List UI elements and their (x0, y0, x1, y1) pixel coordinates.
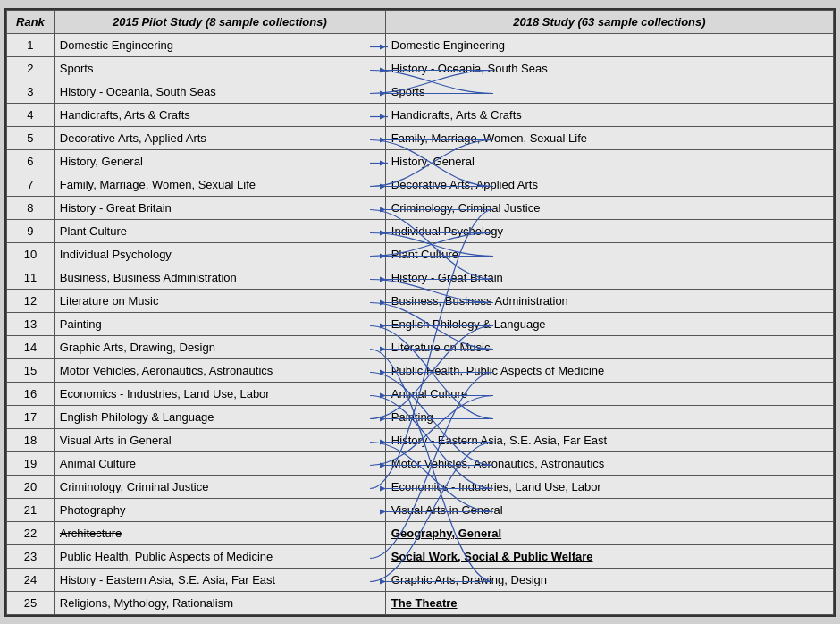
right-label: Geography, General (391, 527, 501, 540)
table-row: 24History - Eastern Asia, S.E. Asia, Far… (7, 568, 834, 591)
left-label: History - Great Britain (60, 201, 172, 215)
left-cell: Visual Arts in General (54, 428, 385, 451)
right-cell: Family, Marriage, Women, Sexual Life (385, 126, 833, 149)
right-cell: Social Work, Social & Public Welfare (385, 544, 833, 568)
rank-cell: 24 (7, 568, 55, 591)
right-cell: Graphic Arts, Drawing, Design (385, 568, 833, 591)
right-label: Business, Business Administration (391, 294, 568, 308)
right-cell: English Philology & Language (385, 312, 833, 335)
left-cell: Decorative Arts, Applied Arts (54, 126, 385, 149)
right-cell: Visual Arts in General (385, 498, 833, 521)
left-label: Criminology, Criminal Justice (60, 480, 209, 493)
left-cell: Individual Psychology (54, 242, 385, 266)
left-label: Decorative Arts, Applied Arts (60, 131, 206, 145)
rank-cell: 13 (7, 312, 55, 335)
table-row: 6History, GeneralHistory, General (7, 149, 834, 173)
right-cell: Domestic Engineering (385, 33, 833, 56)
right-cell: History, General (385, 149, 833, 173)
right-cell: Business, Business Administration (385, 289, 833, 312)
rank-cell: 1 (7, 33, 55, 56)
left-cell: Motor Vehicles, Aeronautics, Astronautic… (54, 358, 385, 382)
table-row: 1Domestic EngineeringDomestic Engineerin… (7, 33, 834, 56)
right-cell: Sports (385, 80, 833, 103)
left-cell: Architecture (54, 521, 385, 544)
rank-cell: 19 (7, 451, 55, 475)
left-cell: Graphic Arts, Drawing, Design (54, 335, 385, 358)
left-label: Plant Culture (60, 224, 127, 238)
left-label: Literature on Music (60, 294, 159, 308)
table-row: 9Plant CultureIndividual Psychology (7, 219, 834, 242)
left-cell: Photography (54, 498, 385, 521)
left-label: Domestic Engineering (60, 38, 173, 52)
left-label: Painting (60, 317, 102, 331)
table-row: 19Animal CultureMotor Vehicles, Aeronaut… (7, 451, 834, 475)
right-label: Literature on Music (391, 341, 491, 354)
table-row: 5Decorative Arts, Applied ArtsFamily, Ma… (7, 126, 834, 149)
right-cell: The Theatre (385, 591, 833, 614)
left-label: Individual Psychology (60, 248, 172, 261)
right-label: History, General (391, 155, 475, 168)
table-row: 22ArchitectureGeography, General (7, 521, 834, 544)
right-label: Public Health, Public Aspects of Medicin… (391, 364, 604, 377)
right-label: History - Great Britain (391, 271, 503, 284)
left-label: Family, Marriage, Women, Sexual Life (60, 178, 256, 191)
left-label: Public Health, Public Aspects of Medicin… (60, 550, 273, 563)
rank-cell: 8 (7, 196, 55, 219)
main-table: Rank 2015 Pilot Study (8 sample collecti… (4, 8, 836, 617)
left-label: History, General (60, 155, 143, 168)
left-label: Business, Business Administration (60, 271, 237, 284)
right-cell: Painting (385, 405, 833, 428)
rank-cell: 10 (7, 242, 55, 266)
rank-cell: 15 (7, 358, 55, 382)
right-label: History - Oceania, South Seas (391, 62, 548, 75)
table-row: 8History - Great BritainCriminology, Cri… (7, 196, 834, 219)
left-label: Architecture (60, 527, 122, 540)
left-cell: History - Oceania, South Seas (54, 80, 385, 103)
right-cell: Literature on Music (385, 335, 833, 358)
left-cell: Criminology, Criminal Justice (54, 475, 385, 498)
right-label: Painting (391, 410, 433, 424)
table-row: 13PaintingEnglish Philology & Language (7, 312, 834, 335)
table-row: 11Business, Business AdministrationHisto… (7, 266, 834, 289)
left-cell: Literature on Music (54, 289, 385, 312)
rank-cell: 16 (7, 382, 55, 405)
right-label: Plant Culture (391, 248, 458, 261)
rank-cell: 20 (7, 475, 55, 498)
right-cell: Motor Vehicles, Aeronautics, Astronautic… (385, 451, 833, 475)
rank-cell: 25 (7, 591, 55, 614)
right-label: Criminology, Criminal Justice (391, 201, 541, 215)
right-label: Handicrafts, Arts & Crafts (391, 108, 522, 122)
left-label: Visual Arts in General (60, 434, 172, 447)
table-row: 21PhotographyVisual Arts in General (7, 498, 834, 521)
table-row: 18Visual Arts in GeneralHistory - Easter… (7, 428, 834, 451)
left-cell: Economics - Industries, Land Use, Labor (54, 382, 385, 405)
rank-cell: 9 (7, 219, 55, 242)
right-cell: History - Oceania, South Seas (385, 56, 833, 80)
right-label: History - Eastern Asia, S.E. Asia, Far E… (391, 434, 607, 447)
right-label: Animal Culture (391, 387, 467, 401)
table-row: 23Public Health, Public Aspects of Medic… (7, 544, 834, 568)
rank-cell: 18 (7, 428, 55, 451)
left-cell: History, General (54, 149, 385, 173)
right-cell: Economics - Industries, Land Use, Labor (385, 475, 833, 498)
left-cell: Public Health, Public Aspects of Medicin… (54, 544, 385, 568)
rank-header: Rank (7, 10, 55, 33)
table-row: 7Family, Marriage, Women, Sexual LifeDec… (7, 173, 834, 196)
col2015-header: 2015 Pilot Study (8 sample collections) (54, 10, 385, 33)
right-label: Economics - Industries, Land Use, Labor (391, 480, 601, 493)
right-cell: Individual Psychology (385, 219, 833, 242)
left-label: Sports (60, 62, 94, 75)
left-cell: Business, Business Administration (54, 266, 385, 289)
left-label: History - Oceania, South Seas (60, 85, 216, 98)
right-cell: Animal Culture (385, 382, 833, 405)
right-label: Sports (391, 85, 425, 98)
left-cell: Animal Culture (54, 451, 385, 475)
rank-cell: 12 (7, 289, 55, 312)
table-row: 10Individual PsychologyPlant Culture (7, 242, 834, 266)
right-cell: Plant Culture (385, 242, 833, 266)
rank-cell: 21 (7, 498, 55, 521)
right-label: The Theatre (391, 596, 458, 610)
right-label: Visual Arts in General (391, 503, 503, 517)
left-cell: History - Great Britain (54, 196, 385, 219)
rank-cell: 7 (7, 173, 55, 196)
